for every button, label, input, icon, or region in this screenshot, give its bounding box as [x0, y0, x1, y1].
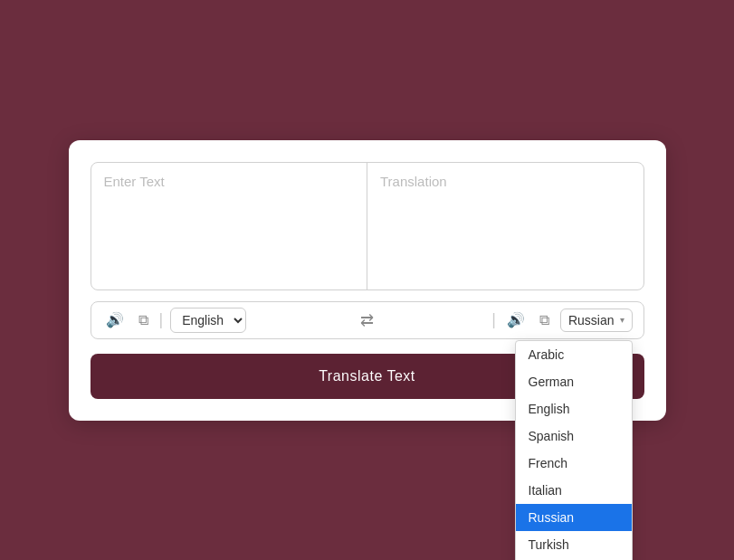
right-divider: |	[491, 310, 496, 329]
translation-placeholder: Translation	[380, 174, 447, 189]
source-placeholder: Enter Text	[104, 174, 165, 189]
target-language-label: Russian	[568, 313, 615, 327]
swap-icon: ⇄	[360, 311, 374, 329]
target-volume-button[interactable]: 🔊	[503, 308, 529, 332]
text-areas-container: Enter Text Translation	[91, 162, 644, 290]
source-language-select[interactable]: English	[170, 308, 246, 333]
lang-option-french[interactable]: French	[516, 450, 632, 477]
source-volume-icon: 🔊	[106, 311, 124, 328]
controls-left: 🔊 ⧉ | English	[102, 308, 345, 333]
lang-option-italian[interactable]: Italian	[516, 477, 632, 504]
lang-option-arabic[interactable]: Arabic	[516, 341, 632, 368]
lang-option-english[interactable]: English	[516, 395, 632, 422]
lang-option-russian[interactable]: Russian	[516, 504, 632, 531]
lang-option-spanish[interactable]: Spanish	[516, 422, 632, 450]
target-copy-icon: ⧉	[539, 312, 549, 328]
target-volume-icon: 🔊	[507, 311, 525, 328]
swap-languages-button[interactable]: ⇄	[351, 310, 383, 330]
target-copy-button[interactable]: ⧉	[536, 308, 553, 332]
translator-card: Enter Text Translation 🔊 ⧉ | English ⇄ |…	[69, 140, 666, 421]
language-dropdown-menu: Arabic German English Spanish French Ita…	[515, 340, 633, 560]
controls-row: 🔊 ⧉ | English ⇄ | 🔊 ⧉ Russian ▾	[91, 301, 644, 339]
left-divider: |	[159, 310, 164, 329]
dropdown-arrow-icon: ▾	[620, 315, 624, 325]
controls-right: | 🔊 ⧉ Russian ▾ Arabic German English Sp…	[390, 308, 633, 332]
source-copy-icon: ⧉	[138, 312, 148, 328]
source-copy-button[interactable]: ⧉	[135, 308, 152, 332]
target-language-dropdown-trigger[interactable]: Russian ▾	[560, 308, 633, 332]
translation-text-area: Translation	[367, 163, 643, 289]
lang-option-turkish[interactable]: Turkish	[516, 531, 632, 558]
source-text-area[interactable]: Enter Text	[91, 163, 368, 289]
lang-option-german[interactable]: German	[516, 368, 632, 395]
source-volume-button[interactable]: 🔊	[102, 308, 128, 332]
